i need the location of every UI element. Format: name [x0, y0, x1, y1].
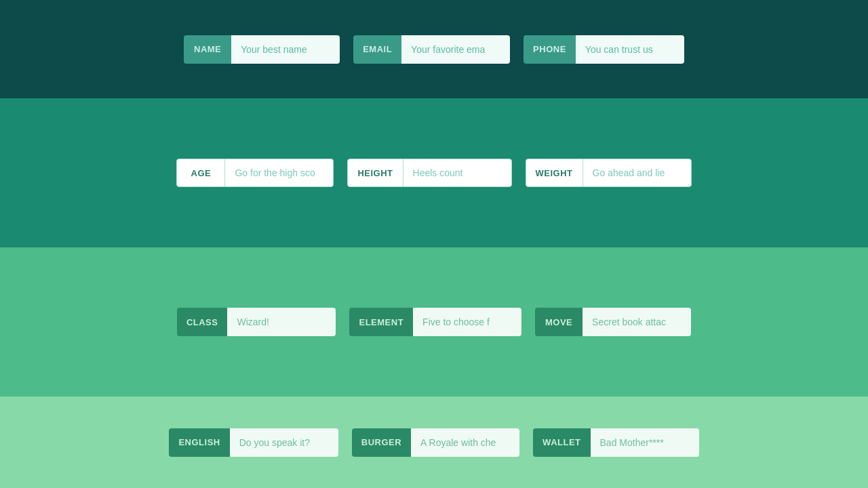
section-personal: Name Your best name Email Your favorite …: [0, 0, 868, 98]
phone-input[interactable]: You can trust us: [576, 35, 684, 64]
email-label: Email: [353, 35, 401, 64]
weight-input[interactable]: Go ahead and lie: [583, 159, 691, 186]
wallet-input[interactable]: Bad Mother****: [591, 428, 699, 457]
burger-label: Burger: [352, 428, 411, 457]
element-label: Element: [349, 308, 413, 336]
weight-label: WEIGHT: [526, 159, 583, 186]
english-group: English Do you speak it?: [169, 428, 338, 457]
weight-group: WEIGHT Go ahead and lie: [526, 159, 692, 187]
personal-fields-row: Name Your best name Email Your favorite …: [184, 35, 684, 64]
class-input[interactable]: Wizard!: [227, 308, 336, 336]
email-group: Email Your favorite ema: [353, 35, 510, 64]
name-input[interactable]: Your best name: [231, 35, 340, 64]
character-fields-row: Class Wizard! Element Five to choose f M…: [177, 308, 691, 336]
phone-label: Phone: [524, 35, 576, 64]
class-label: Class: [177, 308, 228, 336]
section-body: AGE Go for the high sco HEIGHT Heels cou…: [0, 98, 868, 247]
age-input[interactable]: Go for the high sco: [224, 159, 333, 186]
age-group: AGE Go for the high sco: [176, 159, 334, 187]
element-group: Element Five to choose f: [349, 308, 521, 336]
extras-fields-row: English Do you speak it? Burger A Royale…: [169, 428, 698, 457]
height-input[interactable]: Heels count: [403, 159, 511, 186]
wallet-group: Wallet Bad Mother****: [533, 428, 698, 457]
burger-input[interactable]: A Royale with che: [411, 428, 519, 457]
section-character: Class Wizard! Element Five to choose f M…: [0, 247, 868, 396]
height-group: HEIGHT Heels count: [347, 159, 511, 187]
class-group: Class Wizard!: [177, 308, 336, 336]
english-label: English: [169, 428, 229, 457]
phone-group: Phone You can trust us: [524, 35, 684, 64]
move-input[interactable]: Secret book attac: [583, 308, 691, 336]
age-label: AGE: [177, 159, 224, 186]
name-group: Name Your best name: [184, 35, 340, 64]
move-group: Move Secret book attac: [535, 308, 691, 336]
section-extras: English Do you speak it? Burger A Royale…: [0, 396, 868, 488]
wallet-label: Wallet: [533, 428, 590, 457]
body-fields-row: AGE Go for the high sco HEIGHT Heels cou…: [176, 159, 691, 187]
height-label: HEIGHT: [348, 159, 402, 186]
english-input[interactable]: Do you speak it?: [230, 428, 338, 457]
move-label: Move: [535, 308, 583, 336]
name-label: Name: [184, 35, 231, 64]
email-input[interactable]: Your favorite ema: [401, 35, 510, 64]
element-input[interactable]: Five to choose f: [413, 308, 521, 336]
burger-group: Burger A Royale with che: [352, 428, 519, 457]
